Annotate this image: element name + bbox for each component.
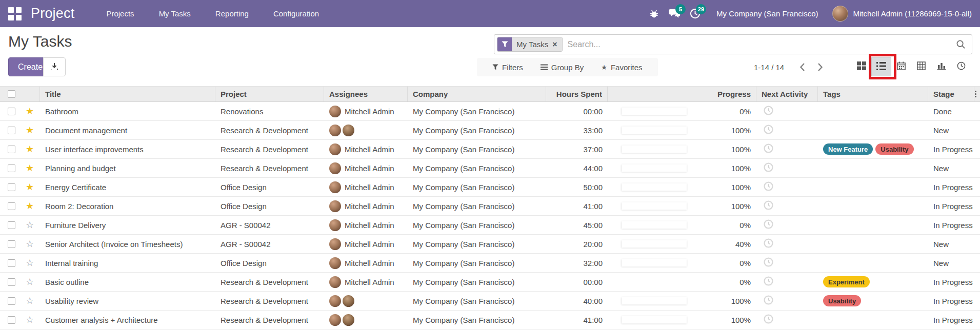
priority-star-icon[interactable]: ☆ (26, 220, 34, 230)
task-row[interactable]: ☆Internal trainingOffice DesignMitchell … (0, 254, 980, 273)
task-title[interactable]: Senior Architect (Invoice on Timesheets) (40, 235, 215, 253)
search-icon[interactable] (956, 39, 966, 49)
header-assignees[interactable]: Assignees (324, 87, 408, 101)
priority-star-icon[interactable]: ★ (26, 145, 34, 154)
task-row[interactable]: ☆Basic outlineResearch & DevelopmentMitc… (0, 273, 980, 292)
priority-star-icon[interactable]: ★ (26, 126, 34, 135)
debug-bug-icon[interactable] (644, 0, 664, 27)
activities-icon[interactable]: 29 (685, 0, 705, 27)
filters-button[interactable]: Filters (492, 63, 523, 72)
row-checkbox[interactable] (8, 108, 15, 115)
task-row[interactable]: ☆Furniture DeliveryAGR - S00042Mitchell … (0, 216, 980, 235)
priority-star-icon[interactable]: ☆ (26, 296, 34, 305)
row-checkbox[interactable] (8, 221, 15, 229)
select-all-checkbox[interactable] (8, 90, 15, 98)
priority-star-icon[interactable]: ★ (26, 107, 34, 116)
menu-configuration[interactable]: Configuration (263, 0, 329, 27)
task-next-activity[interactable] (756, 121, 818, 139)
favorites-button[interactable]: ★ Favorites (601, 63, 642, 72)
row-checkbox[interactable] (8, 127, 15, 134)
company-switcher[interactable]: My Company (San Francisco) (716, 9, 818, 18)
menu-my-tasks[interactable]: My Tasks (149, 0, 201, 27)
optional-columns-toggle[interactable] (974, 87, 980, 101)
task-next-activity[interactable] (756, 235, 818, 253)
task-title[interactable]: Basic outline (40, 273, 215, 291)
app-brand[interactable]: Project (31, 6, 74, 22)
header-stage[interactable]: Stage (928, 87, 974, 101)
row-checkbox[interactable] (8, 278, 15, 286)
task-row[interactable]: ☆Senior Architect (Invoice on Timesheets… (0, 235, 980, 254)
header-next-activity[interactable]: Next Activity (756, 87, 818, 101)
row-checkbox[interactable] (8, 146, 15, 153)
header-title[interactable]: Title (40, 87, 215, 101)
view-button-pivot[interactable] (911, 57, 931, 76)
priority-star-icon[interactable]: ★ (26, 201, 34, 211)
task-next-activity[interactable] (756, 254, 818, 272)
task-title[interactable]: Customer analysis + Architecture (40, 311, 215, 329)
task-title[interactable]: Energy Certificate (40, 178, 215, 196)
task-row[interactable]: ★Energy CertificateOffice DesignMitchell… (0, 178, 980, 197)
pager-next-icon[interactable] (811, 59, 829, 75)
task-row[interactable]: ★User interface improvementsResearch & D… (0, 140, 980, 159)
task-next-activity[interactable] (756, 216, 818, 234)
view-button-kanban[interactable] (851, 57, 871, 76)
row-checkbox[interactable] (8, 316, 15, 324)
group-by-button[interactable]: Group By (541, 63, 584, 72)
search-facet-my-tasks[interactable]: My Tasks × (497, 37, 563, 52)
header-company[interactable]: Company (408, 87, 546, 101)
menu-reporting[interactable]: Reporting (205, 0, 259, 27)
task-title[interactable]: Usability review (40, 292, 215, 310)
view-button-calendar[interactable] (891, 57, 911, 76)
task-title[interactable]: Furniture Delivery (40, 216, 215, 234)
task-row[interactable]: ★Room 2: DecorationOffice DesignMitchell… (0, 197, 980, 216)
task-next-activity[interactable] (756, 159, 818, 177)
task-next-activity[interactable] (756, 140, 818, 158)
menu-projects[interactable]: Projects (96, 0, 144, 27)
row-checkbox[interactable] (8, 297, 15, 305)
task-company: My Company (San Francisco) (408, 311, 546, 329)
row-checkbox[interactable] (8, 164, 15, 172)
header-progress[interactable]: Progress (608, 87, 756, 101)
priority-star-icon[interactable]: ☆ (26, 239, 34, 249)
row-checkbox[interactable] (8, 202, 15, 210)
user-menu[interactable]: Mitchell Admin (11286969-15-0-all) (832, 6, 972, 22)
facet-remove-icon[interactable]: × (552, 40, 557, 49)
task-next-activity[interactable] (756, 197, 818, 215)
task-next-activity[interactable] (756, 292, 818, 310)
task-row[interactable]: ★Planning and budgetResearch & Developme… (0, 159, 980, 178)
priority-star-icon[interactable]: ★ (26, 163, 34, 173)
priority-star-icon[interactable]: ☆ (26, 258, 34, 267)
task-row[interactable]: ★Document managementResearch & Developme… (0, 121, 980, 140)
task-title[interactable]: User interface improvements (40, 140, 215, 158)
task-row[interactable]: ☆Customer analysis + ArchitectureResearc… (0, 311, 980, 329)
row-checkbox[interactable] (8, 240, 15, 248)
apps-menu-icon[interactable] (8, 7, 22, 20)
task-next-activity[interactable] (756, 311, 818, 329)
task-row[interactable]: ☆Usability reviewResearch & DevelopmentM… (0, 292, 980, 311)
task-title[interactable]: Document management (40, 121, 215, 139)
task-title[interactable]: Internal training (40, 254, 215, 272)
search-input[interactable] (563, 40, 956, 49)
priority-star-icon[interactable]: ☆ (26, 315, 34, 324)
task-next-activity[interactable] (756, 102, 818, 120)
search-bar[interactable]: My Tasks × (494, 34, 972, 54)
row-checkbox[interactable] (8, 183, 15, 191)
view-button-activity[interactable] (951, 57, 971, 76)
view-button-list[interactable] (871, 57, 891, 76)
header-hours-spent[interactable]: Hours Spent (546, 87, 608, 101)
task-row[interactable]: ★BathroomRenovationsMitchell AdminMy Com… (0, 102, 980, 121)
task-title[interactable]: Room 2: Decoration (40, 197, 215, 215)
view-button-graph[interactable] (931, 57, 951, 76)
task-next-activity[interactable] (756, 273, 818, 291)
export-button[interactable] (43, 57, 66, 76)
task-next-activity[interactable] (756, 178, 818, 196)
priority-star-icon[interactable]: ☆ (26, 277, 34, 286)
messages-icon[interactable]: 5 (664, 0, 685, 27)
header-tags[interactable]: Tags (818, 87, 928, 101)
header-project[interactable]: Project (215, 87, 324, 101)
priority-star-icon[interactable]: ★ (26, 182, 34, 192)
pager-previous-icon[interactable] (793, 59, 811, 75)
row-checkbox[interactable] (8, 259, 15, 267)
task-title[interactable]: Bathroom (40, 102, 215, 120)
task-title[interactable]: Planning and budget (40, 159, 215, 177)
